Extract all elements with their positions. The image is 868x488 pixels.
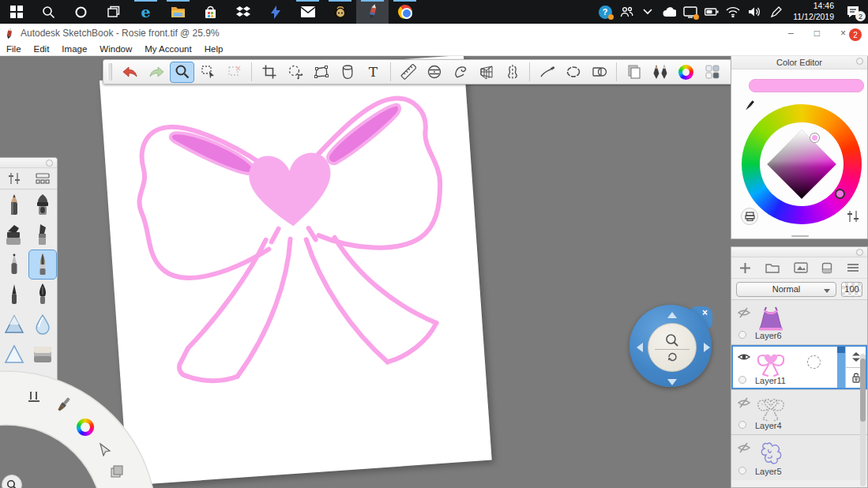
maximize-button[interactable]: □ [814,28,820,39]
brush-fineliner[interactable] [0,280,28,310]
color-editor-button[interactable] [674,62,698,83]
brush-marker-flat[interactable] [28,220,57,250]
square-color-selector[interactable] [810,133,819,142]
scrollbar-thumb[interactable] [860,358,866,422]
pen-tray-button[interactable] [768,5,783,19]
puck-center[interactable] [648,323,697,372]
hue-ring-selector[interactable] [835,189,845,199]
visibility-hidden-icon[interactable] [737,307,751,318]
french-curve-tool[interactable] [448,62,472,83]
symmetry-tool[interactable] [500,62,524,83]
layer-radio[interactable] [738,467,746,475]
task-view-button[interactable] [97,0,130,24]
volume-tray-button[interactable] [747,5,761,19]
ruler-tool[interactable] [396,62,420,83]
help-tray-button[interactable]: ? [598,5,612,19]
ellipse-tool[interactable] [561,62,585,83]
transform-tool[interactable] [283,62,307,83]
blend-mode-dropdown[interactable]: Normal [736,282,836,297]
lagoon-cursor[interactable] [98,442,112,456]
taskbar-file-explorer[interactable] [162,0,194,24]
brush-eraser-hard[interactable] [28,340,57,370]
puck-close-button[interactable]: × [702,307,708,318]
zoom-tool[interactable] [170,62,194,83]
menu-my-account[interactable]: My Account [145,44,191,54]
people-tray-button[interactable] [619,5,633,19]
show-hidden-icons-button[interactable] [641,5,655,19]
taskbar-search-button[interactable] [32,0,65,24]
brush-airbrush[interactable] [28,190,57,220]
panel-resize-handle[interactable] [791,235,809,237]
deselect-tool[interactable] [222,62,246,83]
layer-row-layer6[interactable]: Layer6 [731,300,867,345]
steady-stroke-tool[interactable] [535,62,559,83]
layers-panel-header[interactable] [731,247,867,257]
eyedropper-icon[interactable] [741,99,757,114]
brush-panel-header[interactable] [0,158,57,168]
color-editor-header[interactable]: Color Editor [731,56,867,69]
layers-scrollbar[interactable] [860,354,866,486]
import-image-icon[interactable] [794,262,808,273]
cortana-button[interactable] [65,0,97,24]
zoom-puck[interactable]: × [628,303,716,392]
start-button[interactable] [0,0,32,24]
close-button[interactable]: × [840,28,846,39]
brush-pencil[interactable] [0,190,28,220]
brush-library-button[interactable] [648,62,672,83]
new-group-icon[interactable] [765,262,780,273]
brush-ballpoint[interactable] [0,250,28,280]
toolbar-grip[interactable] [107,63,112,81]
taskbar-edge[interactable]: e [130,0,162,24]
visibility-visible-icon[interactable] [737,352,751,362]
distort-tool[interactable] [309,62,333,83]
fill-tool[interactable] [335,62,359,83]
color-swatch-sets-button[interactable] [741,208,758,225]
battery-tray-button[interactable] [705,5,719,19]
brush-marker-chisel[interactable] [0,220,28,250]
layer-radio[interactable] [738,331,746,339]
taskbar-bendy-app[interactable] [324,0,356,24]
layer-radio[interactable] [738,421,746,429]
brush-palette-icon[interactable] [35,172,51,185]
add-layer-icon[interactable] [739,262,751,274]
onedrive-tray-button[interactable] [662,5,676,19]
notification-center-button[interactable]: 2 [844,5,862,19]
brush-paintbrush-selected[interactable] [28,250,57,280]
taskbar-lightning-app[interactable] [259,0,291,24]
taskbar-sketchbook[interactable] [356,0,389,24]
menu-window[interactable]: Window [100,44,132,54]
visibility-hidden-icon[interactable] [737,442,751,453]
minimize-button[interactable]: – [788,28,794,39]
current-color-bar[interactable] [749,79,864,92]
menu-help[interactable]: Help [205,44,224,54]
layer-radio[interactable] [738,376,746,384]
layer-row-layer11-selected[interactable]: Layer11 [731,345,867,390]
brush-blend[interactable] [28,310,57,340]
brush-ink-pen[interactable] [28,280,57,310]
taskbar-clock[interactable]: 14:46 11/12/2019 [790,1,837,22]
taskbar-dropbox[interactable] [227,0,259,24]
undo-button[interactable] [118,62,142,83]
lagoon-brush[interactable] [55,396,73,413]
menu-edit[interactable]: Edit [34,44,50,54]
wifi-tray-button[interactable] [726,5,740,19]
menu-file[interactable]: File [6,44,21,54]
layers-menu-icon[interactable] [847,263,859,272]
panel-collapse-dot[interactable] [46,160,53,167]
brush-settings-icon[interactable] [7,172,21,185]
visibility-hidden-icon[interactable] [737,397,751,408]
brush-smear[interactable] [0,310,28,340]
text-tool[interactable]: T [361,62,385,83]
layer-row-layer4[interactable]: Layer4 [731,390,867,435]
taskbar-chrome[interactable] [389,0,421,24]
panel-collapse-dot[interactable] [856,58,863,65]
color-sliders-icon[interactable] [847,210,859,223]
layer-editor-button[interactable] [700,62,724,83]
lagoon-layers[interactable] [110,464,124,479]
panel-collapse-dot[interactable] [856,249,863,256]
layer-row-layer5[interactable]: Layer5 [731,435,867,480]
lagoon-color-wheel[interactable] [77,419,94,436]
shapes-tool[interactable] [587,62,611,83]
crop-tool[interactable] [257,62,281,83]
layer-style-icon[interactable] [821,262,832,274]
